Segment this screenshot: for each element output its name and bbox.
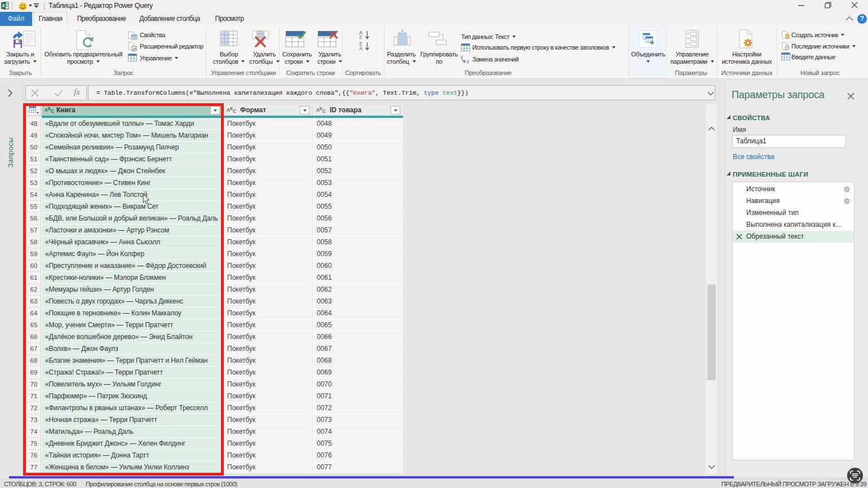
svg-text:2: 2: [467, 59, 470, 64]
svg-text:C: C: [233, 108, 236, 114]
svg-text:X: X: [2, 3, 5, 8]
svg-text:C: C: [322, 108, 326, 114]
svg-text:1: 1: [460, 55, 463, 60]
